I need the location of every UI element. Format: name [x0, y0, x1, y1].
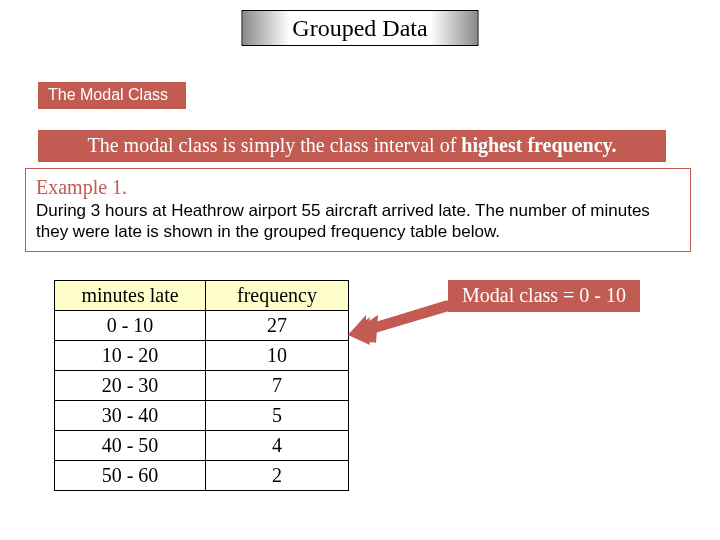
cell-freq: 4: [206, 431, 349, 461]
cell-freq: 27: [206, 311, 349, 341]
arrow-icon: [348, 295, 458, 345]
definition-prefix: The modal class is simply the class inte…: [87, 134, 461, 156]
cell-range: 40 - 50: [55, 431, 206, 461]
header-frequency: frequency: [206, 281, 349, 311]
cell-range: 30 - 40: [55, 401, 206, 431]
frequency-table: minutes late frequency 0 - 10 27 10 - 20…: [54, 280, 349, 491]
cell-freq: 10: [206, 341, 349, 371]
table-row: 10 - 20 10: [55, 341, 349, 371]
cell-freq: 7: [206, 371, 349, 401]
example-label: Example 1.: [36, 176, 127, 198]
cell-range: 10 - 20: [55, 341, 206, 371]
example-text: During 3 hours at Heathrow airport 55 ai…: [36, 201, 650, 241]
cell-freq: 5: [206, 401, 349, 431]
table-row: 0 - 10 27: [55, 311, 349, 341]
definition-bar: The modal class is simply the class inte…: [38, 130, 666, 162]
definition-bold: highest frequency.: [461, 134, 616, 156]
table-row: 40 - 50 4: [55, 431, 349, 461]
cell-freq: 2: [206, 461, 349, 491]
svg-marker-0: [348, 299, 456, 345]
modal-class-callout: Modal class = 0 - 10: [448, 280, 640, 312]
page-title: Grouped Data: [242, 10, 479, 46]
subtitle-badge: The Modal Class: [38, 82, 186, 109]
table-row: 30 - 40 5: [55, 401, 349, 431]
table-header-row: minutes late frequency: [55, 281, 349, 311]
cell-range: 0 - 10: [55, 311, 206, 341]
svg-line-2: [370, 305, 448, 329]
cell-range: 20 - 30: [55, 371, 206, 401]
example-box: Example 1. During 3 hours at Heathrow ai…: [25, 168, 691, 252]
svg-marker-3: [348, 315, 378, 343]
table-row: 50 - 60 2: [55, 461, 349, 491]
cell-range: 50 - 60: [55, 461, 206, 491]
svg-marker-1: [350, 302, 454, 343]
table-row: 20 - 30 7: [55, 371, 349, 401]
header-minutes: minutes late: [55, 281, 206, 311]
